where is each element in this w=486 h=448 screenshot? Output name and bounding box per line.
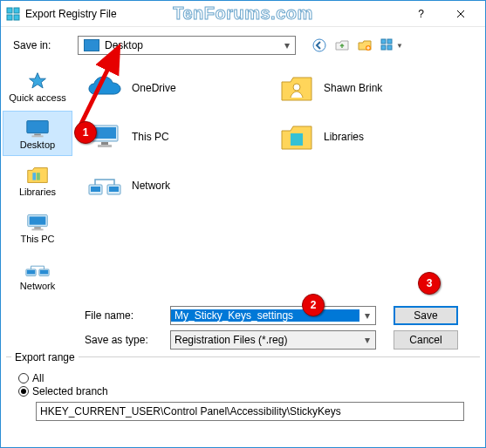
list-item-label: Libraries [324, 131, 364, 143]
help-icon: ? [418, 8, 424, 20]
close-button[interactable] [441, 1, 480, 27]
list-item-label: This PC [132, 131, 169, 143]
svg-rect-32 [109, 187, 119, 192]
radio-all[interactable] [18, 373, 29, 384]
sidebar-item-network[interactable]: Network [3, 252, 72, 297]
sidebar-item-libraries[interactable]: Libraries [3, 158, 72, 203]
titlebar: Export Registry File TenForums.com ? [1, 1, 485, 27]
user-folder-icon [278, 71, 315, 105]
places-bar: Quick access Desktop Libraries This PC [1, 60, 74, 302]
svg-rect-18 [31, 228, 43, 230]
filename-combo[interactable]: My_Sticky_Keys_settings ▾ [170, 306, 376, 325]
svg-rect-12 [31, 135, 43, 137]
list-item-label: Network [132, 180, 170, 192]
network-icon [24, 259, 51, 280]
save-button[interactable]: Save [394, 306, 458, 325]
radio-selected-label: Selected branch [32, 385, 108, 397]
svg-rect-27 [98, 145, 112, 147]
svg-rect-14 [37, 173, 40, 180]
list-item-user-folder[interactable]: Shawn Brink [275, 65, 441, 111]
view-menu-button[interactable]: ▼ [378, 37, 406, 54]
svg-rect-17 [34, 227, 41, 228]
folder-up-icon [335, 38, 349, 52]
close-icon [456, 10, 465, 18]
list-item-label: OneDrive [132, 82, 176, 94]
list-item-onedrive[interactable]: OneDrive [83, 65, 249, 111]
fields-area: File name: My_Sticky_Keys_settings ▾ Sav… [1, 302, 485, 356]
chevron-down-icon: ▾ [359, 334, 375, 346]
export-range-group: Export range All Selected branch [6, 356, 480, 428]
save-in-combo[interactable]: Desktop ▾ [78, 36, 296, 55]
radio-selected-row[interactable]: Selected branch [18, 385, 468, 397]
save-in-label: Save in: [13, 39, 72, 51]
filename-label: File name: [85, 309, 161, 322]
filename-value: My_Sticky_Keys_settings [171, 309, 359, 322]
save-as-type-combo[interactable]: Registration Files (*.reg) ▾ [170, 330, 376, 350]
chevron-down-icon: ▾ [359, 309, 375, 322]
main-area: Quick access Desktop Libraries This PC [1, 60, 485, 302]
svg-rect-30 [91, 187, 100, 192]
dialog-title: Export Registry File [25, 8, 117, 20]
back-button[interactable] [310, 36, 329, 55]
sidebar-item-label: Network [20, 282, 55, 291]
svg-rect-8 [381, 45, 386, 50]
view-menu-icon [380, 38, 394, 52]
svg-rect-3 [14, 15, 19, 20]
svg-rect-10 [27, 120, 48, 132]
watermark-text: TenForums.com [173, 3, 313, 24]
list-item-this-pc[interactable]: This PC [83, 114, 249, 160]
radio-selected-branch[interactable] [18, 386, 29, 397]
svg-rect-1 [14, 8, 19, 13]
list-item-network[interactable]: Network [83, 163, 249, 208]
libraries-icon [24, 165, 51, 186]
nav-toolbar: ▼ [310, 36, 406, 55]
save-as-type-label: Save as type: [85, 334, 161, 346]
svg-rect-9 [387, 45, 392, 50]
svg-rect-13 [32, 173, 36, 180]
radio-all-row[interactable]: All [18, 372, 468, 384]
svg-rect-16 [30, 216, 46, 224]
svg-rect-11 [34, 133, 41, 135]
save-as-type-value: Registration Files (*.reg) [171, 334, 359, 346]
export-registry-dialog: Export Registry File TenForums.com ? Sav… [0, 0, 486, 448]
svg-rect-25 [93, 127, 116, 139]
list-item-libraries[interactable]: Libraries [275, 114, 441, 160]
save-in-row: Save in: Desktop ▾ ▼ [1, 27, 485, 60]
radio-all-label: All [32, 372, 44, 384]
svg-rect-2 [7, 15, 12, 20]
save-button-label: Save [414, 309, 437, 322]
desktop-icon [84, 39, 99, 51]
cancel-button-label: Cancel [409, 334, 442, 346]
svg-rect-26 [101, 142, 108, 145]
save-in-value: Desktop [105, 39, 279, 51]
sidebar-item-desktop[interactable]: Desktop [3, 111, 72, 156]
sidebar-item-label: Libraries [19, 187, 56, 197]
selected-branch-input[interactable] [36, 402, 464, 421]
svg-rect-22 [40, 269, 48, 274]
file-list-pane[interactable]: OneDrive Shawn Brink This PC Libraries [74, 60, 485, 302]
sidebar-item-label: Quick access [9, 93, 65, 103]
help-button[interactable]: ? [401, 1, 441, 27]
sidebar-item-quick-access[interactable]: Quick access [3, 64, 72, 109]
sidebar-item-label: This PC [20, 234, 54, 244]
star-icon [24, 71, 51, 92]
svg-point-23 [293, 84, 300, 91]
onedrive-icon [86, 71, 123, 105]
svg-point-4 [313, 39, 325, 51]
export-range-title: Export range [11, 351, 79, 363]
desktop-icon [24, 118, 51, 139]
cancel-button[interactable]: Cancel [394, 330, 458, 350]
svg-rect-6 [381, 39, 386, 44]
back-icon [312, 38, 326, 52]
list-item-label: Shawn Brink [324, 82, 382, 94]
chevron-down-icon: ▼ [396, 42, 403, 50]
sidebar-item-this-pc[interactable]: This PC [3, 205, 72, 250]
network-icon [86, 169, 123, 202]
new-folder-button[interactable] [355, 36, 374, 55]
chevron-down-icon: ▾ [279, 39, 295, 51]
sidebar-item-label: Desktop [20, 140, 55, 150]
up-one-level-button[interactable] [332, 36, 352, 55]
computer-icon [86, 120, 123, 153]
svg-rect-0 [7, 8, 12, 13]
svg-rect-20 [27, 269, 35, 274]
